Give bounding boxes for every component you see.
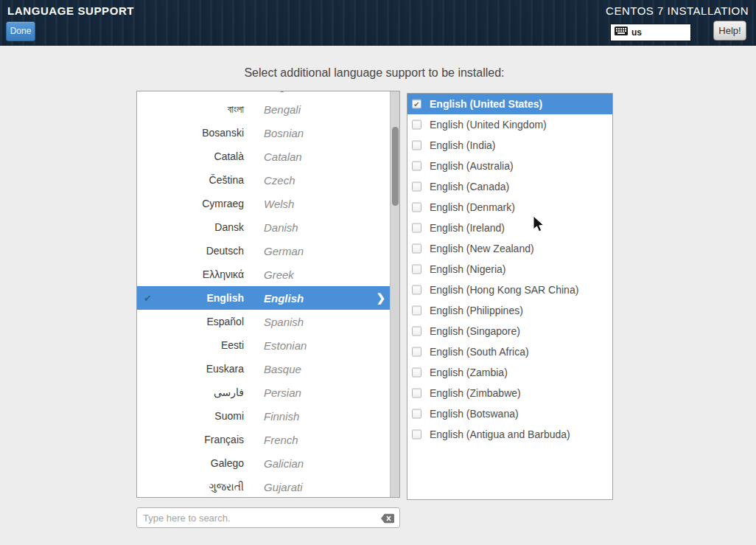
locale-label: English (United Kingdom) <box>430 119 547 131</box>
language-support-screen: LANGUAGE SUPPORT CENTOS 7 INSTALLATION D… <box>0 0 756 545</box>
language-native-name: Euskara <box>137 363 244 375</box>
checkbox-unchecked-icon[interactable] <box>412 203 421 212</box>
keyboard-layout-label: us <box>631 27 642 38</box>
language-row[interactable]: ČeštinaCzech <box>137 168 391 192</box>
language-row[interactable]: DeutschGerman <box>137 239 391 263</box>
language-row[interactable]: CymraegWelsh <box>137 192 391 215</box>
locale-label: English (Singapore) <box>430 325 520 337</box>
locale-row[interactable]: English (Zambia) <box>407 362 612 383</box>
locale-label: English (Zambia) <box>430 367 508 378</box>
language-english-name: Galician <box>264 457 304 470</box>
locale-label: English (India) <box>430 139 496 151</box>
checkbox-unchecked-icon[interactable] <box>412 347 421 357</box>
language-row[interactable]: EuskaraBasque <box>137 357 391 381</box>
done-button[interactable]: Done <box>6 21 35 41</box>
language-english-name: Basque <box>264 363 301 375</box>
language-list-scrollbar[interactable] <box>390 91 399 497</box>
language-native-name: Deutsch <box>137 245 244 257</box>
language-english-name: Greek <box>264 268 294 281</box>
language-native-name: Ελληνικά <box>137 268 244 280</box>
language-row[interactable]: فارسیPersian <box>137 381 391 404</box>
language-row[interactable]: বাংলাBengali <box>137 97 391 121</box>
keyboard-icon <box>615 26 628 39</box>
language-english-name: Finnish <box>264 410 299 423</box>
locale-row[interactable]: English (Philippines) <box>407 300 612 321</box>
language-native-name: Български <box>137 91 244 91</box>
language-row[interactable]: EspañolSpanish <box>137 310 391 333</box>
language-english-name: Estonian <box>264 339 307 352</box>
locale-row[interactable]: English (India) <box>407 135 612 156</box>
locale-label: English (United States) <box>430 98 542 110</box>
language-english-name: Danish <box>264 221 298 234</box>
language-native-name: বাংলা <box>137 103 244 116</box>
locale-row[interactable]: English (New Zealand) <box>407 238 612 259</box>
language-search-box <box>136 507 400 528</box>
language-english-name: Gujarati <box>264 481 303 493</box>
locale-row[interactable]: English (Botswana) <box>407 403 612 424</box>
locale-row[interactable]: English (Canada) <box>407 176 612 197</box>
locale-label: English (Hong Kong SAR China) <box>430 284 578 296</box>
language-english-name: Bulgarian <box>264 91 310 92</box>
checkbox-unchecked-icon[interactable] <box>412 327 421 336</box>
language-native-name: Eesti <box>137 339 244 351</box>
checkbox-unchecked-icon[interactable] <box>412 265 421 274</box>
language-list-panel: БългарскиBulgarianবাংলাBengaliBosanskiBo… <box>136 91 400 498</box>
locale-row[interactable]: English (Zimbabwe) <box>407 383 612 403</box>
language-row[interactable]: EestiEstonian <box>137 333 391 357</box>
locale-row[interactable]: ✔English (United States) <box>407 94 612 114</box>
locale-label: English (Canada) <box>430 181 509 192</box>
locale-label: English (Denmark) <box>430 201 515 213</box>
locale-label: English (Philippines) <box>430 305 523 316</box>
locale-row[interactable]: English (Singapore) <box>407 321 612 341</box>
language-row[interactable]: ✔EnglishEnglish❯ <box>137 286 391 310</box>
language-english-name: Welsh <box>264 198 294 210</box>
checkbox-unchecked-icon[interactable] <box>412 182 421 192</box>
locale-row[interactable]: English (Nigeria) <box>407 259 612 280</box>
locale-row[interactable]: English (Denmark) <box>407 197 612 218</box>
checkbox-unchecked-icon[interactable] <box>412 409 421 419</box>
locale-row[interactable]: English (Ireland) <box>407 218 612 238</box>
page-heading: Select additional language support to be… <box>0 66 749 80</box>
checkbox-unchecked-icon[interactable] <box>412 141 421 150</box>
language-row[interactable]: BosanskiBosnian <box>137 121 391 145</box>
locale-label: English (Nigeria) <box>430 263 505 275</box>
language-english-name: Persian <box>264 386 301 399</box>
checkbox-unchecked-icon[interactable] <box>412 306 421 316</box>
language-row[interactable]: GalegoGalician <box>137 451 391 475</box>
locale-label: English (Zimbabwe) <box>430 387 521 399</box>
locale-label: English (Ireland) <box>430 222 505 234</box>
checkbox-unchecked-icon[interactable] <box>412 223 421 233</box>
language-row[interactable]: FrançaisFrench <box>137 428 391 451</box>
locale-list-rows: ✔English (United States)English (United … <box>407 94 612 445</box>
clear-search-icon[interactable] <box>381 513 394 523</box>
search-input[interactable] <box>137 508 380 527</box>
language-english-name: German <box>264 245 304 257</box>
checkbox-unchecked-icon[interactable] <box>412 368 421 378</box>
language-row[interactable]: БългарскиBulgarian <box>137 91 391 97</box>
language-english-name: Catalan <box>264 150 302 163</box>
language-english-name: Czech <box>264 174 295 187</box>
checkbox-unchecked-icon[interactable] <box>412 244 421 254</box>
language-row[interactable]: ગુજરાતીGujarati <box>137 475 391 498</box>
language-row[interactable]: DanskDanish <box>137 215 391 239</box>
locale-row[interactable]: English (Hong Kong SAR China) <box>407 280 612 300</box>
checkbox-unchecked-icon[interactable] <box>412 389 421 398</box>
language-native-name: Cymraeg <box>137 198 244 209</box>
checkbox-checked-icon[interactable]: ✔ <box>412 100 421 109</box>
header-bar: LANGUAGE SUPPORT CENTOS 7 INSTALLATION D… <box>0 0 756 46</box>
locale-row[interactable]: English (Antigua and Barbuda) <box>407 424 612 445</box>
checkbox-unchecked-icon[interactable] <box>412 430 421 440</box>
language-row[interactable]: SuomiFinnish <box>137 404 391 428</box>
checkbox-unchecked-icon[interactable] <box>412 120 421 130</box>
language-row[interactable]: CatalàCatalan <box>137 145 391 168</box>
help-button[interactable]: Help! <box>713 21 746 41</box>
locale-row[interactable]: English (Australia) <box>407 156 612 176</box>
locale-row[interactable]: English (United Kingdom) <box>407 114 612 135</box>
checkbox-unchecked-icon[interactable] <box>412 285 421 295</box>
checkbox-unchecked-icon[interactable] <box>412 162 421 171</box>
locale-row[interactable]: English (South Africa) <box>407 341 612 362</box>
language-row[interactable]: ΕλληνικάGreek <box>137 263 391 286</box>
scrollbar-thumb[interactable] <box>392 127 399 206</box>
language-english-name: French <box>264 434 298 446</box>
keyboard-layout-indicator[interactable]: us <box>610 24 691 41</box>
